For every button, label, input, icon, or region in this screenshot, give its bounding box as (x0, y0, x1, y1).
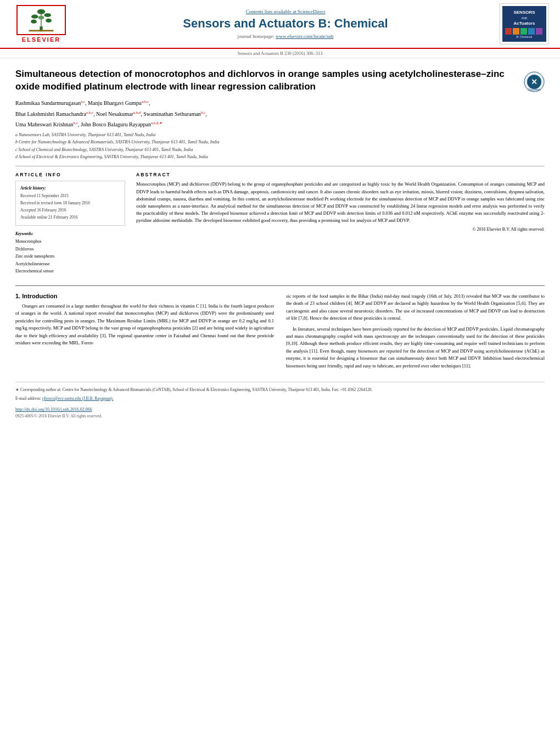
article-dates: Received 11 September 2015 Received in r… (20, 193, 120, 221)
contents-line: Contents lists available at ScienceDirec… (77, 9, 494, 14)
email-line: E-mail address: rjbosco@ece.sastra.edu (… (15, 395, 545, 402)
contents-text: Contents lists available at (246, 9, 296, 14)
keywords-list: Monocrotophos Dichlorvos Zinc oxide nano… (15, 238, 125, 275)
received-date: Received 11 September 2015 (20, 193, 120, 200)
elsevier-logo-box (16, 5, 66, 35)
email-label: E-mail address: (15, 396, 41, 401)
svg-text:CrossMark: CrossMark (528, 88, 541, 91)
svg-text:✕: ✕ (531, 77, 537, 86)
keywords-label: Keywords: (15, 231, 125, 236)
svg-rect-17 (536, 28, 542, 35)
main-content: 1. Introduction Oranges are consumed in … (15, 285, 545, 373)
keyword-4: Acetylcholinesterase (15, 260, 125, 268)
keyword-5: Electrochemical sensor (15, 267, 125, 275)
footnote-star-text: ∗ Corresponding author at: Centre for Na… (15, 387, 545, 393)
svg-point-4 (44, 13, 51, 17)
homepage-label: journal homepage: (238, 34, 275, 39)
article-title: Simultaneous detection of monocrotophos … (15, 68, 524, 93)
svg-point-7 (38, 15, 44, 19)
abstract-copyright: © 2016 Elsevier B.V. All rights reserved… (136, 226, 545, 233)
svg-text:SENSORS: SENSORS (513, 10, 535, 15)
article-info-col: ARTICLE INFO Article history: Received 1… (15, 172, 125, 275)
keywords-section: Keywords: Monocrotophos Dichlorvos Zinc … (15, 231, 125, 275)
homepage-url[interactable]: www.elsevier.com/locate/snb (276, 34, 333, 39)
intro-para3: In literature, several techniques have b… (286, 326, 545, 370)
svg-rect-13 (505, 28, 512, 35)
keyword-1: Monocrotophos (15, 238, 125, 246)
received-revised-date: Received in revised form 18 January 2016 (20, 200, 120, 207)
keyword-3: Zinc oxide nanospheres (15, 253, 125, 260)
svg-point-3 (31, 15, 38, 19)
abstract-text: Monocrotophos (MCP) and dichlorvos (DDVP… (136, 181, 545, 233)
footer-doi: http://dx.doi.org/10.1016/j.snb.2016.02.… (15, 406, 545, 412)
intro-para3-text: In literature, several techniques have b… (286, 326, 545, 369)
sensors-actuators-logo: SENSORS AND AcTuators B: Chemical (500, 3, 549, 44)
affil-d: d School of Electrical & Electronics Eng… (15, 154, 545, 160)
svg-rect-8 (29, 30, 54, 32)
abstract-col: ABSTRACT Monocrotophos (MCP) and dichlor… (136, 172, 545, 275)
authors-line3: Uma Maheswari Krishnanb,c, John Bosco Ba… (15, 120, 545, 129)
intro-right: sic reports of the food samples in the B… (286, 293, 545, 373)
crossmark-icon: ✕ CrossMark (524, 71, 545, 92)
svg-rect-15 (520, 28, 527, 35)
svg-text:AND: AND (522, 16, 528, 20)
intro-heading: Introduction (22, 293, 57, 299)
article-content: Simultaneous detection of monocrotophos … (0, 58, 560, 419)
abstract-heading: ABSTRACT (136, 172, 545, 177)
intro-left: 1. Introduction Oranges are consumed in … (15, 293, 274, 373)
introduction-cols: 1. Introduction Oranges are consumed in … (15, 293, 545, 373)
elsevier-tree-icon (22, 8, 60, 32)
history-label: Article history: (20, 186, 120, 191)
svg-point-5 (31, 20, 37, 24)
sciencedirect-link-text[interactable]: ScienceDirect (298, 9, 325, 14)
abstract-body: Monocrotophos (MCP) and dichlorvos (DDVP… (136, 181, 545, 223)
svg-rect-16 (528, 28, 535, 35)
intro-para2: sic reports of the food samples in the B… (286, 293, 545, 322)
accepted-date: Accepted 16 February 2016 (20, 207, 120, 214)
article-history-box: Article history: Received 11 September 2… (15, 181, 125, 226)
sensors-logo-icon: SENSORS AND AcTuators B: Chemical (502, 6, 546, 42)
affil-b: b Centre for Nanotechnology & Advanced B… (15, 139, 545, 146)
svg-text:AcTuators: AcTuators (514, 21, 536, 26)
affiliations: a Nanosensors Lab, SASTRA University, Th… (15, 132, 545, 161)
affil-a: a Nanosensors Lab, SASTRA University, Th… (15, 132, 545, 138)
doi-text: Sensors and Actuators B 230 (2016) 306–3… (238, 51, 323, 56)
elsevier-logo: ELSEVIER (11, 5, 71, 43)
article-info-heading: ARTICLE INFO (15, 172, 125, 177)
page-wrapper: ELSEVIER Contents lists available at Sci… (0, 0, 560, 742)
doi-line: Sensors and Actuators B 230 (2016) 306–3… (0, 49, 560, 58)
intro-para1-text: Oranges are consumed in a large number t… (15, 303, 274, 345)
doi-link[interactable]: http://dx.doi.org/10.1016/j.snb.2016.02.… (15, 407, 92, 412)
journal-title: Sensors and Actuators B: Chemical (77, 16, 494, 31)
crossmark-badge[interactable]: ✕ CrossMark (524, 71, 545, 92)
authors-line1: Rashmikaa Sundarmurugasana,c, Manju Bhar… (15, 99, 545, 107)
affil-c: c School of Chemical and Biotechnology, … (15, 147, 545, 153)
email-value[interactable]: rjbosco@ece.sastra.edu (J.B.B. Rayappan)… (42, 396, 114, 401)
available-date: Available online 21 February 2016 (20, 214, 120, 221)
footnote-content: ∗ Corresponding author at: Centre for Na… (15, 387, 372, 392)
intro-num: 1. (15, 293, 20, 299)
copyright-footer: 0925-4005/© 2016 Elsevier B.V. All right… (15, 414, 545, 419)
footer-section: ∗ Corresponding author at: Centre for Na… (15, 382, 545, 419)
authors-text2: Bhat Lakshmishri Ramachandraa,b,c, Noel … (15, 111, 207, 117)
authors-line2: Bhat Lakshmishri Ramachandraa,b,c, Noel … (15, 109, 545, 118)
title-section: Simultaneous detection of monocrotophos … (15, 58, 545, 99)
divider-1 (15, 166, 545, 166)
intro-para2-text: sic reports of the food samples in the B… (286, 293, 545, 321)
svg-point-6 (46, 19, 52, 23)
journal-center: Contents lists available at ScienceDirec… (71, 9, 500, 38)
svg-rect-14 (513, 28, 519, 35)
intro-para1: Oranges are consumed in a large number t… (15, 303, 274, 347)
authors-text1: Rashmikaa Sundarmurugasana,c, Manju Bhar… (15, 100, 150, 106)
elsevier-wordmark: ELSEVIER (22, 36, 60, 43)
journal-homepage: journal homepage: www.elsevier.com/locat… (77, 34, 494, 39)
keyword-2: Dichlorvos (15, 246, 125, 253)
svg-point-2 (37, 9, 45, 14)
authors-text3: Uma Maheswari Krishnanb,c, John Bosco Ba… (15, 121, 163, 127)
article-info-abstract: ARTICLE INFO Article history: Received 1… (15, 172, 545, 275)
intro-title: 1. Introduction (15, 293, 274, 299)
journal-header: ELSEVIER Contents lists available at Sci… (0, 0, 560, 49)
svg-text:B: Chemical: B: Chemical (517, 35, 533, 38)
